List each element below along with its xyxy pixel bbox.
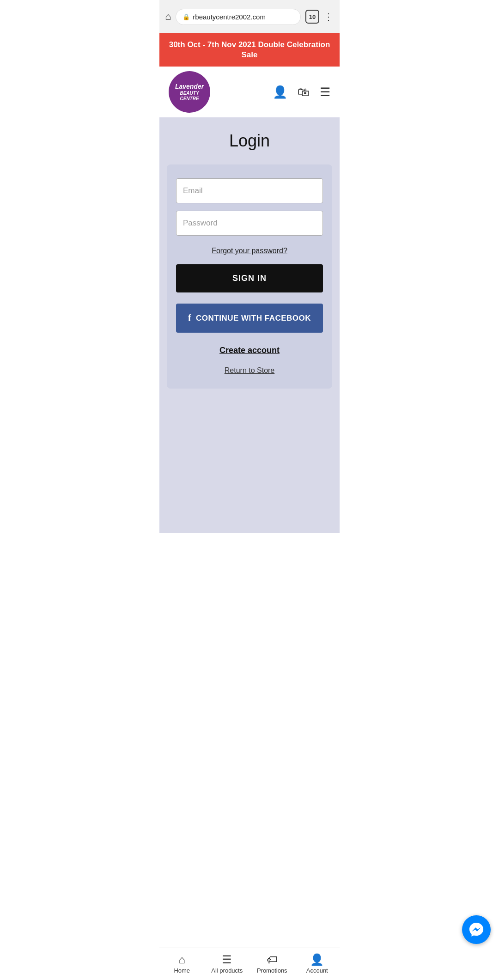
login-card: Forgot your password? SIGN IN f CONTINUE…: [167, 164, 332, 389]
logo[interactable]: Lavender BEAUTY CENTRE: [169, 71, 210, 113]
browser-tabs-count[interactable]: 10: [305, 10, 319, 24]
browser-home-icon[interactable]: ⌂: [165, 11, 171, 23]
browser-chrome: ⌂ 🔒 rbeautycentre2002.com 10 ⋮: [159, 0, 340, 33]
password-field[interactable]: [176, 211, 323, 236]
create-account-link[interactable]: Create account: [176, 346, 323, 355]
browser-url-bar[interactable]: 🔒 rbeautycentre2002.com: [176, 9, 301, 25]
url-text: rbeautycentre2002.com: [193, 13, 266, 21]
menu-icon[interactable]: ☰: [320, 85, 330, 99]
email-field[interactable]: [176, 178, 323, 203]
account-icon[interactable]: 👤: [273, 85, 287, 99]
facebook-login-button[interactable]: f CONTINUE WITH FACEBOOK: [176, 304, 323, 333]
lock-icon: 🔒: [183, 13, 190, 20]
main-content: Login Forgot your password? SIGN IN f CO…: [159, 117, 340, 533]
promo-banner: 30th Oct - 7th Nov 2021 Double Celebrati…: [159, 33, 340, 67]
forgot-password-link[interactable]: Forgot your password?: [176, 247, 323, 255]
site-header: Lavender BEAUTY CENTRE 👤 🛍 ☰: [159, 67, 340, 117]
header-icons: 👤 🛍 ☰: [273, 85, 330, 99]
facebook-logo-icon: f: [188, 313, 191, 323]
cart-icon[interactable]: 🛍: [298, 85, 310, 99]
page-title: Login: [167, 131, 332, 151]
browser-menu-icon[interactable]: ⋮: [324, 11, 334, 22]
sign-in-button[interactable]: SIGN IN: [176, 264, 323, 292]
logo-main-text: Lavender: [170, 83, 208, 91]
logo-sub-text: BEAUTY CENTRE: [170, 91, 208, 102]
return-to-store-link[interactable]: Return to Store: [176, 366, 323, 375]
